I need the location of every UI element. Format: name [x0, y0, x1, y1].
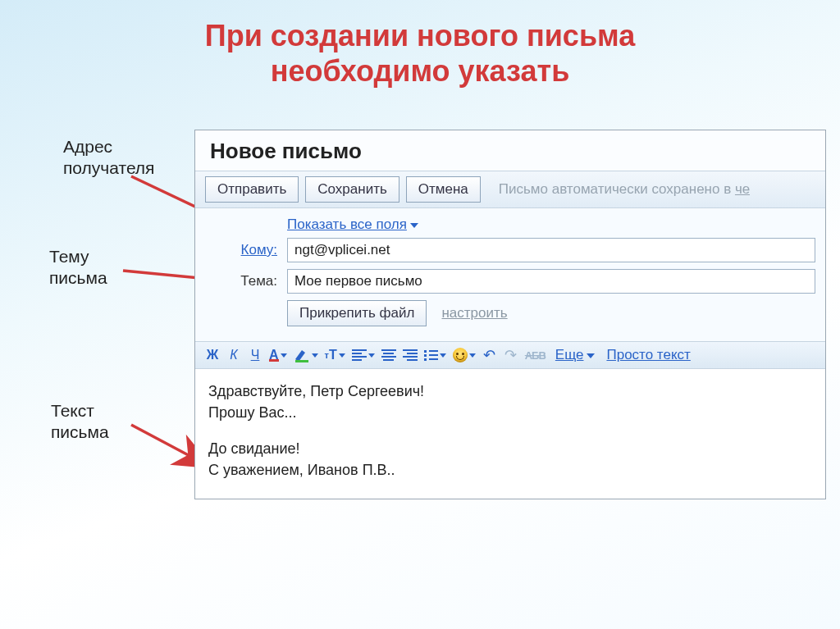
label-body: Текст письма — [51, 400, 109, 444]
show-all-fields-link[interactable]: Показать все поля — [287, 217, 815, 233]
attach-row: Прикрепить файл настроить — [287, 300, 815, 326]
autosave-status-prefix: Письмо автоматически сохранено в — [499, 181, 735, 197]
font-color-glyph: А — [269, 348, 279, 362]
body-line: Здравствуйте, Петр Сергеевич! — [208, 381, 812, 402]
font-color-chevron-icon — [281, 353, 287, 358]
label-subject: Тему письма — [49, 246, 107, 289]
italic-button[interactable]: К — [225, 345, 243, 365]
autosave-status: Письмо автоматически сохранено в че — [499, 181, 750, 198]
send-button[interactable]: Отправить — [205, 176, 299, 203]
list-icon — [424, 350, 438, 361]
autosave-status-link[interactable]: че — [735, 181, 750, 197]
font-color-button[interactable]: А — [267, 345, 289, 365]
configure-link[interactable]: настроить — [441, 305, 507, 321]
clear-format-button[interactable]: АБВ — [523, 345, 547, 365]
subject-input[interactable] — [287, 269, 815, 294]
to-input[interactable] — [287, 238, 815, 262]
highlight-icon — [294, 348, 310, 362]
highlight-button[interactable] — [292, 345, 320, 365]
align-center-button[interactable] — [380, 345, 398, 365]
redo-button[interactable]: ↷ — [502, 345, 520, 365]
compose-panel: Новое письмо Отправить Сохранить Отмена … — [194, 130, 826, 499]
list-chevron-icon — [440, 353, 446, 358]
emoji-chevron-icon — [469, 353, 476, 358]
emoji-button[interactable] — [451, 345, 477, 365]
svg-rect-3 — [295, 360, 308, 362]
subject-row: Тема: — [205, 269, 815, 294]
attach-button[interactable]: Прикрепить файл — [287, 300, 427, 326]
undo-button[interactable]: ↶ — [481, 345, 499, 365]
align-right-icon — [403, 349, 418, 361]
font-size-button[interactable]: тТ — [323, 345, 347, 365]
label-recipient: Адрес получателя — [63, 136, 155, 180]
bold-button[interactable]: Ж — [203, 345, 221, 365]
body-line: С уважением, Иванов П.В.. — [208, 459, 812, 481]
body-line: До свидание! — [208, 438, 812, 459]
body-line: Прошу Вас... — [208, 402, 812, 423]
format-toolbar: Ж К Ч А тТ ↶ ↷ АБВ Еще Просто текст — [195, 341, 825, 369]
action-toolbar: Отправить Сохранить Отмена Письмо автома… — [195, 171, 825, 208]
label-recipient-text: Адрес получателя — [63, 137, 155, 177]
align-center-icon — [381, 349, 396, 361]
smiley-icon — [453, 348, 468, 362]
panel-title: Новое письмо — [195, 130, 825, 171]
label-subject-text: Тему письма — [49, 247, 107, 287]
to-row: Кому: — [205, 238, 815, 262]
show-all-fields-text: Показать все поля — [287, 217, 407, 232]
more-chevron-icon — [587, 353, 595, 358]
body-blank-line — [208, 423, 812, 438]
message-body[interactable]: Здравствуйте, Петр Сергеевич! Прошу Вас.… — [195, 369, 825, 499]
align-left-button[interactable] — [350, 345, 377, 365]
more-link-text: Еще — [555, 347, 584, 362]
align-left-icon — [352, 349, 367, 361]
cancel-button[interactable]: Отмена — [406, 176, 481, 203]
to-label[interactable]: Кому: — [205, 242, 287, 258]
chevron-down-icon — [410, 223, 418, 228]
align-right-button[interactable] — [401, 345, 419, 365]
slide-title-line2: необходимо указать — [0, 53, 840, 89]
font-size-chevron-icon — [339, 353, 345, 358]
subject-label: Тема: — [205, 273, 287, 289]
label-body-text: Текст письма — [51, 401, 109, 441]
slide-title-line1: При создании нового письма — [0, 18, 840, 53]
header-fields: Показать все поля Кому: Тема: Прикрепить… — [195, 208, 825, 341]
underline-button[interactable]: Ч — [246, 345, 264, 365]
save-button[interactable]: Сохранить — [305, 176, 399, 203]
list-button[interactable] — [422, 345, 448, 365]
more-link[interactable]: Еще — [555, 347, 596, 363]
font-size-big-glyph: Т — [329, 348, 337, 362]
plain-text-link[interactable]: Просто текст — [606, 347, 690, 363]
align-chevron-icon — [368, 353, 375, 358]
highlight-chevron-icon — [312, 353, 318, 358]
slide-title: При создании нового письма необходимо ук… — [0, 0, 840, 89]
